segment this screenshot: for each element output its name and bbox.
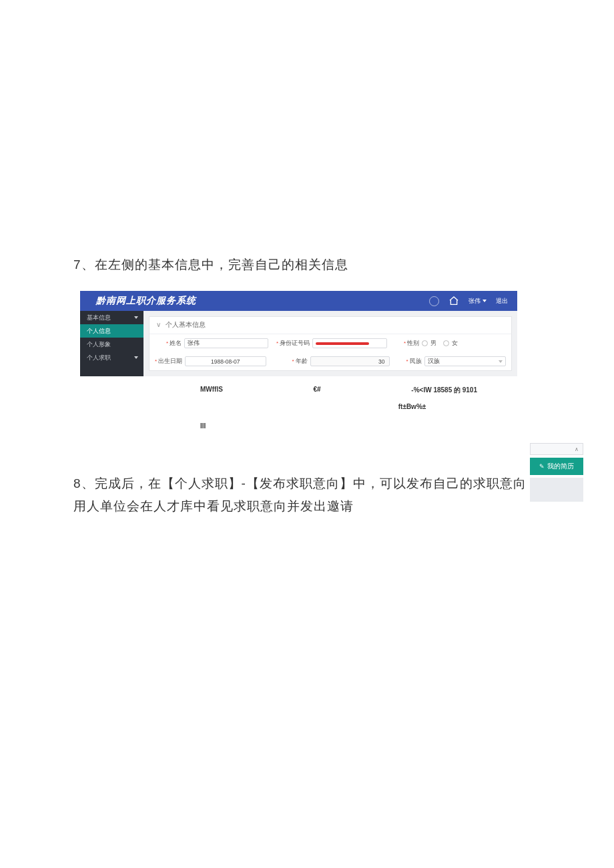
sidebar: 基本信息 个人信息 个人形象 个人求职 — [80, 311, 143, 376]
redacted-id — [316, 342, 369, 345]
home-icon[interactable] — [448, 296, 459, 306]
user-name: 张伟 — [469, 297, 481, 306]
field-age: *年龄 — [272, 356, 390, 366]
gender-label: *性别 — [392, 340, 419, 348]
scroll-top-button[interactable]: ∧ — [530, 443, 583, 455]
document-body: 7、在左侧的基本信息中，完善自己的相关信息 黔南网上职介服务系统 张伟 退出 — [0, 0, 614, 518]
extra-1b: €# — [314, 386, 321, 395]
extra-row-3: III — [80, 410, 517, 430]
field-name: *姓名 — [155, 338, 268, 348]
birth-input[interactable] — [185, 356, 266, 366]
sidebar-item-personal-image[interactable]: 个人形象 — [80, 338, 143, 351]
chevron-down-icon — [483, 300, 487, 302]
form-row-2: *出生日期 *年龄 *民族 汉族 — [149, 352, 511, 370]
form-row-1: *姓名 *身份证号码 *性别 男 — [149, 334, 511, 352]
extra-text-block: MWfflS €# -%<IW 18585 的 9101 ft±Bw%± III — [80, 376, 517, 430]
logout-link[interactable]: 退出 — [496, 297, 508, 306]
age-input[interactable] — [310, 356, 390, 366]
nation-value: 汉族 — [428, 358, 440, 366]
field-birth: *出生日期 — [155, 356, 266, 366]
chevron-down-icon — [499, 360, 503, 363]
extra-1a: MWfflS — [200, 386, 223, 395]
floating-placeholder — [530, 478, 583, 502]
main-panel: ∨ 个人基本信息 *姓名 *身份证号码 — [143, 311, 517, 376]
id-input[interactable] — [312, 338, 387, 348]
step-8-block: 8、完成后，在【个人求职】-【发布求职意向】中，可以发布自己的求职意向，用人单位… — [73, 472, 541, 518]
app-screenshot: 黔南网上职介服务系统 张伟 退出 基本信息 个人信息 个人形象 — [80, 291, 517, 376]
app-body: 基本信息 个人信息 个人形象 个人求职 ∨ 个人基本信息 *姓名 — [80, 311, 517, 376]
id-label: *身份证号码 — [274, 340, 310, 348]
step-7-text: 7、在左侧的基本信息中，完善自己的相关信息 — [73, 254, 541, 276]
age-label: *年龄 — [272, 358, 308, 366]
radio-male[interactable] — [422, 340, 428, 346]
my-resume-label: 我的简历 — [547, 462, 574, 471]
floating-panel: ∧ ✎ 我的简历 — [530, 443, 583, 502]
up-arrow-icon: ∧ — [575, 446, 579, 452]
sidebar-item-basic-info[interactable]: 基本信息 — [80, 311, 143, 324]
extra-row-2: ft±Bw%± — [80, 398, 517, 410]
user-menu[interactable]: 张伟 — [469, 297, 487, 306]
edit-icon: ✎ — [539, 463, 545, 470]
field-id: *身份证号码 — [274, 338, 387, 348]
nation-label: *民族 — [395, 358, 422, 366]
panel-title: 个人基本信息 — [166, 321, 206, 328]
header-right: 张伟 退出 — [429, 296, 508, 306]
field-nation: *民族 汉族 — [395, 356, 507, 366]
sidebar-item-personal-info[interactable]: 个人信息 — [80, 324, 143, 338]
radio-female[interactable] — [443, 340, 449, 346]
form-panel: ∨ 个人基本信息 *姓名 *身份证号码 — [149, 316, 512, 371]
sidebar-item-job-seek[interactable]: 个人求职 — [80, 351, 143, 364]
birth-label: *出生日期 — [155, 358, 182, 366]
notification-icon[interactable] — [429, 296, 439, 306]
my-resume-button[interactable]: ✎ 我的简历 — [530, 458, 583, 475]
app-title: 黔南网上职介服务系统 — [96, 295, 196, 307]
panel-header[interactable]: ∨ 个人基本信息 — [149, 317, 511, 334]
name-label: *姓名 — [155, 340, 182, 348]
step-8-text: 8、完成后，在【个人求职】-【发布求职意向】中，可以发布自己的求职意向，用人单位… — [73, 472, 541, 518]
extra-1c: -%<IW 18585 的 9101 — [411, 386, 477, 395]
radio-male-label: 男 — [430, 340, 436, 348]
radio-female-label: 女 — [452, 340, 458, 348]
field-gender: *性别 男 女 — [392, 338, 506, 348]
name-input[interactable] — [184, 338, 268, 348]
collapse-icon: ∨ — [156, 321, 161, 328]
nation-select[interactable]: 汉族 — [424, 356, 507, 366]
app-header: 黔南网上职介服务系统 张伟 退出 — [80, 291, 517, 311]
extra-row-1: MWfflS €# -%<IW 18585 的 9101 — [80, 383, 517, 398]
